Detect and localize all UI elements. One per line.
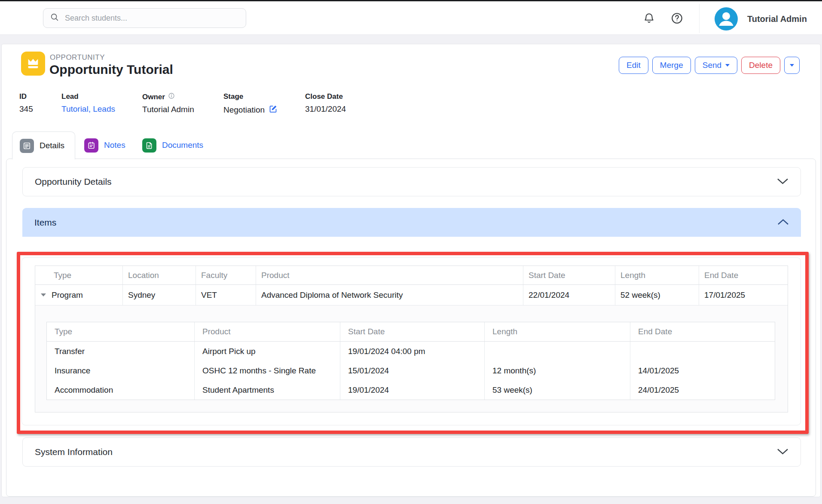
notifications-bell-icon[interactable] [643, 12, 655, 26]
sub-item-end-date [630, 342, 776, 361]
tab-notes[interactable]: Notes [84, 131, 125, 159]
search-input[interactable] [65, 14, 239, 23]
section-items-header[interactable]: Items [22, 208, 801, 237]
item-faculty: VET [196, 285, 256, 305]
delete-button[interactable]: Delete [741, 57, 780, 74]
field-owner: Owner Tutorial Admin [142, 92, 194, 114]
sub-item-type: Insurance [47, 361, 195, 380]
sub-item-product: Airport Pick up [195, 342, 340, 361]
field-close-date-label: Close Date [305, 92, 346, 101]
edit-button[interactable]: Edit [619, 57, 648, 74]
sub-item-type: Transfer [47, 342, 195, 361]
search-icon [50, 12, 59, 24]
sub-header-type: Type [47, 322, 195, 341]
sub-items-header-row: Type Product Start Date Length End Date [47, 322, 775, 342]
more-actions-caret-down-icon [790, 64, 794, 67]
app-screen: Tutorial Admin OPPORTUNITY Opportunity T… [0, 0, 822, 504]
sub-item-product: OSHC 12 months - Single Rate [195, 361, 340, 380]
section-system-information[interactable]: System Information [22, 437, 801, 467]
sub-item-row-insurance: Insurance OSHC 12 months - Single Rate 1… [47, 361, 775, 380]
field-stage-value: Negotiation [223, 105, 265, 115]
section-opportunity-details[interactable]: Opportunity Details [22, 167, 801, 196]
sub-header-end-date: End Date [630, 322, 776, 341]
tab-documents[interactable]: Documents [142, 131, 203, 159]
chevron-down-icon[interactable] [777, 177, 788, 187]
lead-link[interactable]: Tutorial, Leads [61, 104, 115, 114]
sub-item-type: Accommodation [47, 380, 195, 400]
items-header-end-date: End Date [699, 266, 788, 284]
item-end-date: 17/01/2025 [699, 285, 788, 305]
opportunity-page-card: OPPORTUNITY Opportunity Tutorial Edit Me… [1, 44, 821, 497]
item-type: Program [52, 290, 83, 300]
field-close-date: Close Date 31/01/2024 [305, 92, 346, 114]
sub-item-length: 12 month(s) [485, 361, 630, 380]
tab-notes-label: Notes [104, 141, 125, 150]
sub-item-start-date: 15/01/2024 [340, 361, 485, 380]
items-header-faculty: Faculty [196, 266, 256, 284]
field-id-label: ID [19, 92, 33, 101]
stage-edit-icon[interactable] [269, 104, 278, 116]
details-tab-icon [20, 139, 34, 153]
topbar-divider [699, 4, 700, 33]
items-header-start-date: Start Date [523, 266, 615, 284]
field-close-date-value: 31/01/2024 [305, 104, 346, 114]
notes-tab-icon [84, 138, 98, 153]
sub-items-table: Type Product Start Date Length End Date … [46, 322, 775, 400]
field-stage: Stage Negotiation [223, 92, 278, 116]
items-table: Type Location Faculty Product Start Date… [35, 266, 788, 412]
items-header-product: Product [256, 266, 523, 284]
page-title: Opportunity Tutorial [49, 62, 173, 77]
item-product: Advanced Diploma of Network Security [256, 285, 523, 305]
sub-item-start-date: 19/01/2024 04:00 pm [340, 342, 485, 361]
user-name[interactable]: Tutorial Admin [747, 14, 807, 24]
field-lead-label: Lead [61, 92, 115, 101]
sub-header-length: Length [485, 322, 630, 341]
merge-button[interactable]: Merge [652, 57, 691, 74]
field-id: ID 345 [19, 92, 33, 114]
sub-item-product: Student Apartments [195, 380, 340, 400]
record-actions: Edit Merge Send Delete [619, 57, 800, 74]
section-opportunity-details-title: Opportunity Details [35, 177, 112, 187]
item-start-date: 22/01/2024 [523, 285, 615, 305]
sub-item-end-date: 14/01/2025 [630, 361, 776, 380]
items-row-expansion: Type Product Start Date Length End Date … [35, 305, 788, 412]
tab-documents-label: Documents [162, 141, 203, 150]
chevron-up-icon[interactable] [777, 217, 789, 228]
item-location: Sydney [123, 285, 196, 305]
sub-item-length [485, 342, 630, 361]
chevron-down-icon[interactable] [777, 447, 788, 457]
sub-item-length: 53 week(s) [485, 380, 630, 400]
field-owner-label: Owner [142, 93, 165, 101]
items-table-row-program: Program Sydney VET Advanced Diploma of N… [35, 285, 788, 305]
send-caret-down-icon [725, 64, 730, 67]
field-owner-value: Tutorial Admin [142, 105, 194, 114]
more-actions-button[interactable] [784, 57, 800, 74]
help-icon[interactable] [670, 12, 684, 27]
sub-item-start-date: 19/01/2024 [340, 380, 485, 400]
owner-info-icon[interactable] [168, 92, 175, 101]
send-button-label: Send [703, 61, 721, 70]
sub-item-row-transfer: Transfer Airport Pick up 19/01/2024 04:0… [47, 342, 775, 361]
items-content-card: Type Location Faculty Product Start Date… [21, 257, 801, 425]
field-stage-label: Stage [223, 92, 278, 101]
sub-header-start-date: Start Date [340, 322, 485, 341]
student-search-box[interactable] [43, 8, 246, 28]
documents-tab-icon [142, 138, 156, 153]
field-id-value: 345 [19, 104, 33, 114]
row-expander-caret-icon[interactable] [41, 293, 46, 296]
sub-item-row-accommodation: Accommodation Student Apartments 19/01/2… [47, 380, 775, 400]
sub-header-product: Product [195, 322, 340, 341]
item-length: 52 week(s) [615, 285, 699, 305]
tab-details-label: Details [40, 141, 64, 150]
entity-type-label: OPPORTUNITY [50, 53, 105, 62]
items-header-location: Location [123, 266, 196, 284]
window-top-edge [0, 0, 822, 1]
section-system-information-title: System Information [35, 447, 113, 457]
send-button[interactable]: Send [695, 57, 737, 74]
tab-details[interactable]: Details [12, 131, 75, 159]
field-lead: Lead Tutorial, Leads [61, 92, 115, 114]
details-tab-panel: Opportunity Details Items Type Location … [6, 159, 816, 497]
user-avatar[interactable] [715, 7, 738, 31]
items-header-length: Length [615, 266, 699, 284]
sub-item-end-date: 24/01/2025 [630, 380, 776, 400]
